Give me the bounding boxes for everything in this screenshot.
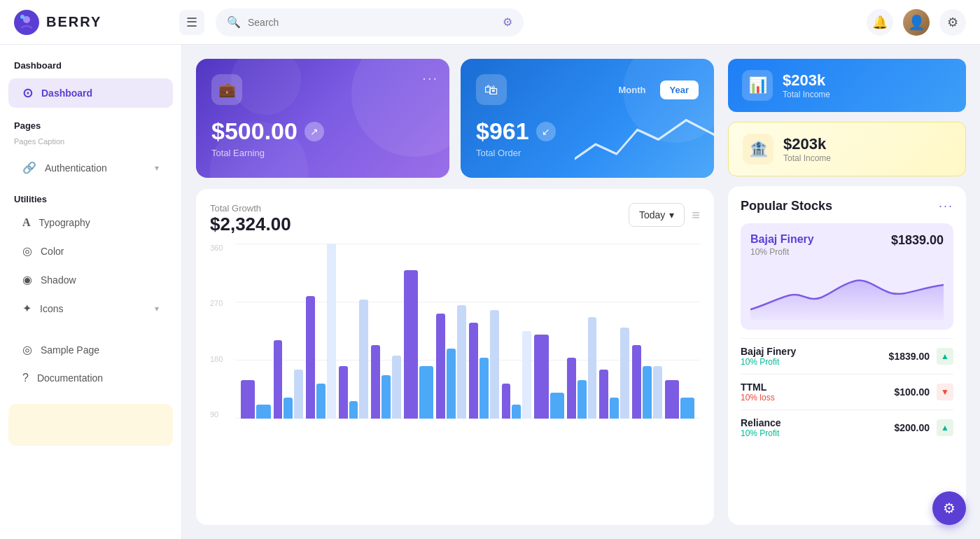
- stock-row-ttml: TTML 10% loss $100.00 ▼: [741, 374, 953, 410]
- chart-card: Total Growth $2,324.00 Today ▾ ≡: [196, 189, 714, 525]
- chart-menu-icon[interactable]: ≡: [692, 208, 700, 222]
- income-card-1: 📊 $203k Total Income: [728, 59, 966, 112]
- chart-title-area: Total Growth $2,324.00: [210, 203, 291, 235]
- stock-badge-ttml: ▼: [937, 384, 953, 400]
- income1-amount: $203k: [783, 71, 830, 90]
- dropdown-arrow-icon: ▾: [669, 209, 674, 220]
- y-label-90: 90: [210, 410, 235, 419]
- stock-badge-bajaj: ▲: [937, 348, 953, 365]
- search-icon: 🔍: [227, 15, 241, 29]
- avatar[interactable]: 👤: [903, 9, 930, 36]
- search-input[interactable]: [248, 17, 496, 28]
- notification-button[interactable]: 🔔: [867, 9, 893, 36]
- income1-label: Total Income: [783, 90, 830, 99]
- sample-page-icon: ◎: [22, 343, 32, 356]
- sidebar-item-icons[interactable]: ✦ Icons ▾: [8, 295, 173, 322]
- stocks-title: Popular Stocks: [741, 199, 832, 214]
- chart-header: Total Growth $2,324.00 Today ▾ ≡: [210, 203, 700, 235]
- content-left: 💼 ··· $500.00 ↗ Total Earning 🛍: [196, 59, 714, 525]
- stock-info-bajaj: Bajaj Finery 10% Profit: [741, 346, 796, 367]
- hamburger-button[interactable]: ☰: [179, 10, 204, 35]
- order-card-icon: 🛍: [476, 74, 507, 105]
- section-pages-label: Pages: [0, 109, 181, 134]
- stock-badge-reliance: ▲: [937, 419, 953, 436]
- income2-text: $203k Total Income: [783, 135, 831, 163]
- stock-name-ttml: TTML: [741, 382, 775, 393]
- sidebar-item-authentication[interactable]: 🔗 Authentication ▾: [8, 154, 173, 181]
- stock-right-bajaj: $1839.00 ▲: [889, 348, 953, 365]
- stock-profit-ttml: 10% loss: [741, 393, 775, 402]
- order-amount: $961: [476, 118, 529, 145]
- logo-text: BERRY: [46, 14, 102, 30]
- icons-icon: ✦: [22, 302, 31, 315]
- svg-point-2: [20, 15, 24, 19]
- color-icon: ◎: [22, 244, 32, 258]
- filter-icon[interactable]: ⚙: [503, 15, 512, 29]
- stock-rows: Bajaj Finery 10% Profit $1839.00 ▲ TTML …: [741, 338, 953, 445]
- featured-price: $1839.00: [891, 233, 944, 248]
- stock-price-reliance: $200.00: [894, 422, 930, 433]
- stock-profit-bajaj: 10% Profit: [741, 357, 796, 367]
- today-button[interactable]: Today ▾: [629, 203, 685, 227]
- shadow-icon: ◉: [22, 273, 32, 286]
- y-label-180: 180: [210, 355, 235, 363]
- sidebar-item-sample-page[interactable]: ◎ Sample Page: [8, 336, 173, 363]
- chevron-down-icon: ▾: [155, 163, 159, 173]
- income2-label: Total Income: [783, 153, 831, 163]
- header-right: 🔔 👤 ⚙: [867, 9, 966, 36]
- docs-icon: ?: [22, 372, 29, 384]
- income-card-2: 🏦 $203k Total Income: [728, 122, 966, 176]
- income1-icon: 📊: [742, 70, 773, 101]
- stock-info-ttml: TTML 10% loss: [741, 382, 775, 402]
- featured-profit: 10% Profit: [750, 247, 814, 257]
- y-label-270: 270: [210, 299, 235, 307]
- section-dashboard-label: Dashboard: [0, 56, 181, 77]
- chart-title: Total Growth: [210, 203, 291, 214]
- card-total-earning: 💼 ··· $500.00 ↗ Total Earning: [196, 59, 449, 178]
- chart-controls: Today ▾ ≡: [629, 203, 700, 227]
- logo-area: BERRY: [14, 10, 168, 35]
- settings-button[interactable]: ⚙: [939, 9, 966, 36]
- auth-icon: 🔗: [22, 161, 36, 174]
- card-total-order: 🛍 Month Year $961 ↙ Total Order: [461, 59, 714, 178]
- stock-info-reliance: Reliance 10% Profit: [741, 417, 781, 438]
- sidebar-item-typography[interactable]: A Typography: [8, 209, 173, 236]
- sidebar-bottom-promo: [8, 404, 173, 446]
- earning-trend-icon: ↗: [304, 122, 324, 141]
- cards-row: 💼 ··· $500.00 ↗ Total Earning 🛍: [196, 59, 714, 178]
- icons-chevron-icon: ▾: [155, 304, 159, 314]
- sidebar-item-dashboard[interactable]: ⊙ Dashboard: [8, 78, 173, 108]
- chart-y-axis: 360 270 180 90: [210, 244, 235, 419]
- content-right: 📊 $203k Total Income 🏦 $203k Total Incom…: [728, 59, 966, 525]
- sidebar-bottom: [0, 393, 181, 446]
- sidebar-item-documentation[interactable]: ? Documentation: [8, 365, 173, 391]
- featured-chart: [750, 264, 944, 320]
- stocks-menu-icon[interactable]: ···: [939, 199, 953, 214]
- typography-icon: A: [22, 216, 31, 229]
- stock-row-bajaj: Bajaj Finery 10% Profit $1839.00 ▲: [741, 338, 953, 374]
- stock-price-ttml: $100.00: [894, 386, 930, 398]
- bars-area: [235, 244, 700, 419]
- earning-card-menu[interactable]: ···: [422, 70, 438, 86]
- fab-settings-button[interactable]: ⚙: [932, 491, 966, 525]
- income1-text: $203k Total Income: [783, 71, 830, 99]
- stock-price-bajaj: $1839.00: [889, 351, 930, 362]
- stock-right-ttml: $100.00 ▼: [894, 384, 953, 400]
- featured-name: Bajaj Finery: [750, 233, 814, 246]
- stocks-featured: Bajaj Finery 10% Profit $1839.00: [741, 223, 953, 330]
- main-content: 💼 ··· $500.00 ↗ Total Earning 🛍: [182, 45, 980, 539]
- search-bar: 🔍 ⚙: [216, 8, 524, 36]
- income2-amount: $203k: [783, 135, 831, 153]
- sidebar-item-color[interactable]: ◎ Color: [8, 237, 173, 265]
- stock-right-reliance: $200.00 ▲: [894, 419, 953, 436]
- section-utilities-label: Utilities: [0, 183, 181, 208]
- featured-info: Bajaj Finery 10% Profit: [750, 233, 814, 257]
- chart-area: 360 270 180 90: [210, 244, 700, 419]
- sidebar-item-shadow[interactable]: ◉ Shadow: [8, 266, 173, 293]
- stock-name-reliance: Reliance: [741, 417, 781, 428]
- stock-profit-reliance: 10% Profit: [741, 428, 781, 438]
- dashboard-icon: ⊙: [22, 85, 33, 101]
- sidebar: Dashboard ⊙ Dashboard Pages Pages Captio…: [0, 45, 182, 539]
- logo-icon: [14, 10, 39, 35]
- bars-container: [235, 244, 700, 419]
